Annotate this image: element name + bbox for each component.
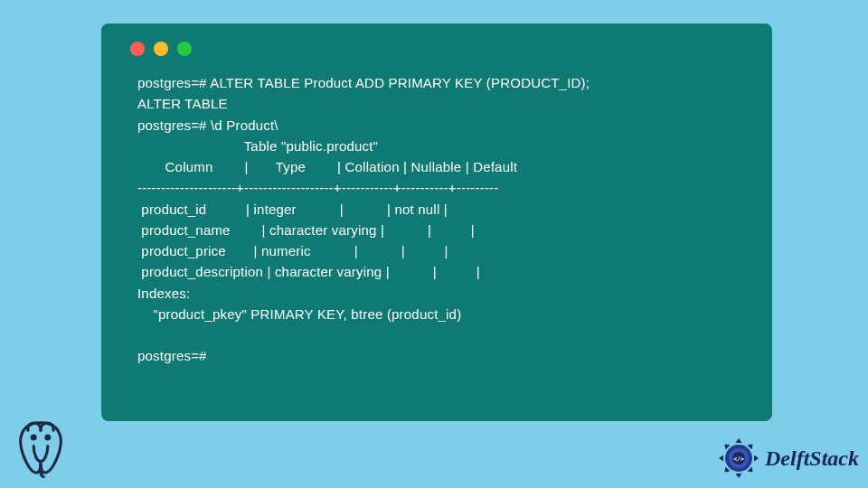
maximize-icon[interactable] [177, 42, 192, 56]
postgresql-logo-icon [5, 412, 76, 483]
svg-marker-5 [748, 467, 755, 474]
delftstack-logo: </> DelftStack [716, 436, 859, 481]
close-icon[interactable] [130, 42, 145, 56]
svg-marker-2 [736, 438, 742, 443]
svg-text:</>: </> [733, 455, 744, 463]
svg-marker-3 [748, 442, 755, 449]
window-titlebar [101, 34, 772, 69]
svg-marker-7 [722, 467, 730, 474]
delftstack-text: DelftStack [765, 446, 859, 471]
minimize-icon[interactable] [154, 42, 168, 56]
svg-marker-4 [754, 455, 759, 462]
terminal-output: postgres=# ALTER TABLE Product ADD PRIMA… [101, 69, 772, 376]
delftstack-gear-icon: </> [716, 436, 761, 481]
svg-marker-6 [736, 474, 742, 478]
svg-marker-9 [722, 442, 730, 449]
svg-point-1 [46, 436, 50, 439]
svg-point-0 [32, 436, 35, 439]
terminal-window: postgres=# ALTER TABLE Product ADD PRIMA… [101, 23, 772, 421]
svg-marker-8 [719, 455, 723, 462]
